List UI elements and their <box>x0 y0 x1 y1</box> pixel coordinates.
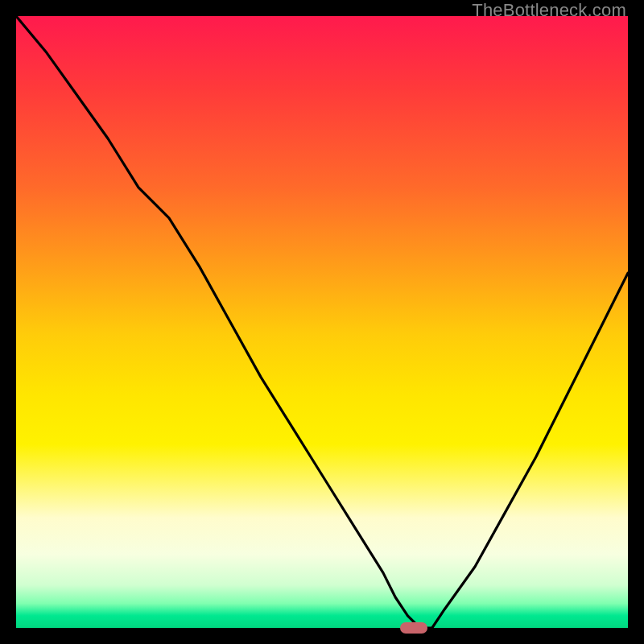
minimum-marker <box>400 622 427 634</box>
curve-path <box>16 16 628 628</box>
bottleneck-curve <box>16 16 628 628</box>
plot-area <box>16 16 628 628</box>
chart-frame: TheBottleneck.com <box>0 0 644 644</box>
watermark-text: TheBottleneck.com <box>472 0 626 21</box>
